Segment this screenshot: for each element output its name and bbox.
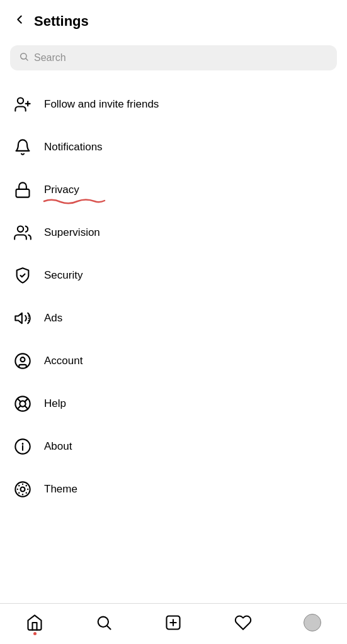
svg-point-30 <box>26 492 27 494</box>
privacy-label: Privacy <box>44 184 79 196</box>
info-icon <box>13 436 33 457</box>
menu-item-help[interactable]: Help <box>0 382 347 425</box>
nav-heart[interactable] <box>227 611 259 634</box>
home-active-dot <box>33 632 37 635</box>
menu-item-security[interactable]: Security <box>0 254 347 297</box>
svg-point-12 <box>21 357 25 362</box>
help-label: Help <box>44 397 66 410</box>
menu-item-privacy[interactable]: Privacy <box>0 169 347 211</box>
svg-point-32 <box>26 485 27 486</box>
svg-point-28 <box>27 489 28 490</box>
menu-item-supervision[interactable]: Supervision <box>0 211 347 254</box>
menu-item-follow-invite[interactable]: Follow and invite friends <box>0 83 347 126</box>
svg-point-31 <box>18 492 20 494</box>
back-arrow-icon <box>13 13 26 30</box>
account-icon <box>13 351 33 371</box>
lock-icon <box>13 180 33 200</box>
svg-line-1 <box>26 58 28 60</box>
svg-marker-7 <box>15 313 21 323</box>
nav-home[interactable] <box>18 611 51 634</box>
notifications-label: Notifications <box>44 141 103 153</box>
theme-label: Theme <box>44 483 77 496</box>
home-icon <box>26 614 43 631</box>
search-bar[interactable]: Search <box>10 45 337 70</box>
svg-point-26 <box>22 494 23 495</box>
svg-line-18 <box>25 399 27 402</box>
svg-line-34 <box>108 626 111 629</box>
nav-search[interactable] <box>88 611 120 634</box>
menu-item-account[interactable]: Account <box>0 340 347 382</box>
search-icon <box>19 52 29 64</box>
menu-item-notifications[interactable]: Notifications <box>0 126 347 169</box>
help-icon <box>13 394 33 414</box>
page-title: Settings <box>34 13 89 30</box>
svg-point-29 <box>18 485 20 486</box>
menu-list: Follow and invite friends Notifications … <box>0 80 347 603</box>
header: Settings <box>0 0 347 40</box>
follow-icon <box>13 94 33 114</box>
supervision-icon <box>13 223 33 243</box>
svg-point-27 <box>17 489 18 490</box>
shield-check-icon <box>13 265 33 286</box>
supervision-label: Supervision <box>44 226 100 239</box>
account-label: Account <box>44 355 82 367</box>
theme-icon <box>13 479 33 499</box>
nav-profile[interactable] <box>296 611 329 634</box>
follow-invite-label: Follow and invite friends <box>44 98 159 111</box>
menu-item-theme[interactable]: Theme <box>0 468 347 511</box>
svg-point-33 <box>98 617 108 627</box>
svg-point-10 <box>28 320 29 321</box>
ads-icon <box>13 308 33 328</box>
svg-line-15 <box>18 399 21 402</box>
svg-point-11 <box>15 353 30 368</box>
add-icon <box>164 614 182 631</box>
svg-point-25 <box>22 484 23 485</box>
svg-point-2 <box>18 98 23 104</box>
heart-icon <box>234 614 252 631</box>
svg-line-19 <box>18 406 21 409</box>
search-container: Search <box>0 40 347 80</box>
privacy-underline <box>43 196 106 205</box>
svg-point-8 <box>28 316 29 317</box>
svg-line-16 <box>25 406 28 409</box>
search-placeholder: Search <box>34 52 66 64</box>
bottom-navigation <box>0 603 347 644</box>
back-button[interactable] <box>10 10 34 33</box>
bell-icon <box>13 137 33 157</box>
ads-label: Ads <box>44 312 62 325</box>
svg-point-9 <box>28 318 29 319</box>
menu-item-about[interactable]: About <box>0 425 347 468</box>
security-label: Security <box>44 269 82 282</box>
svg-point-24 <box>21 487 25 492</box>
nav-add[interactable] <box>157 611 190 634</box>
profile-avatar <box>304 614 321 631</box>
search-nav-icon <box>95 614 113 631</box>
svg-rect-5 <box>16 189 30 197</box>
about-label: About <box>44 440 72 453</box>
svg-point-6 <box>18 226 23 232</box>
menu-item-ads[interactable]: Ads <box>0 297 347 340</box>
